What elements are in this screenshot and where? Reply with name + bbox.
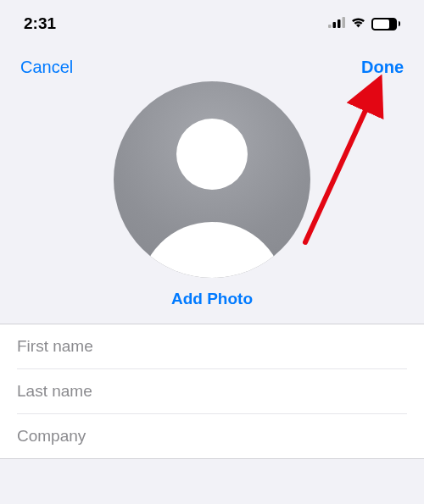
nav-bar: Cancel Done — [0, 42, 424, 83]
cancel-button[interactable]: Cancel — [20, 58, 73, 77]
last-name-input[interactable] — [17, 369, 407, 414]
status-bar: 2:31 68 — [0, 0, 424, 42]
first-name-input[interactable] — [17, 324, 407, 369]
svg-rect-0 — [328, 25, 332, 28]
status-right: 68 — [328, 16, 400, 31]
battery-icon: 68 — [371, 18, 400, 30]
add-photo-button[interactable]: Add Photo — [171, 290, 253, 308]
done-button[interactable]: Done — [361, 58, 404, 77]
company-row — [0, 414, 424, 458]
last-name-row — [0, 369, 424, 414]
svg-rect-3 — [343, 17, 346, 28]
cellular-signal-icon — [328, 16, 345, 31]
first-name-row — [0, 324, 424, 369]
wifi-icon — [350, 16, 366, 31]
photo-section: Add Photo — [0, 83, 424, 324]
status-time: 2:31 — [24, 14, 56, 33]
contact-avatar-placeholder-icon[interactable] — [114, 81, 310, 278]
svg-rect-1 — [333, 22, 337, 28]
svg-rect-2 — [338, 19, 341, 28]
company-input[interactable] — [17, 414, 407, 458]
fields-group — [0, 324, 424, 459]
